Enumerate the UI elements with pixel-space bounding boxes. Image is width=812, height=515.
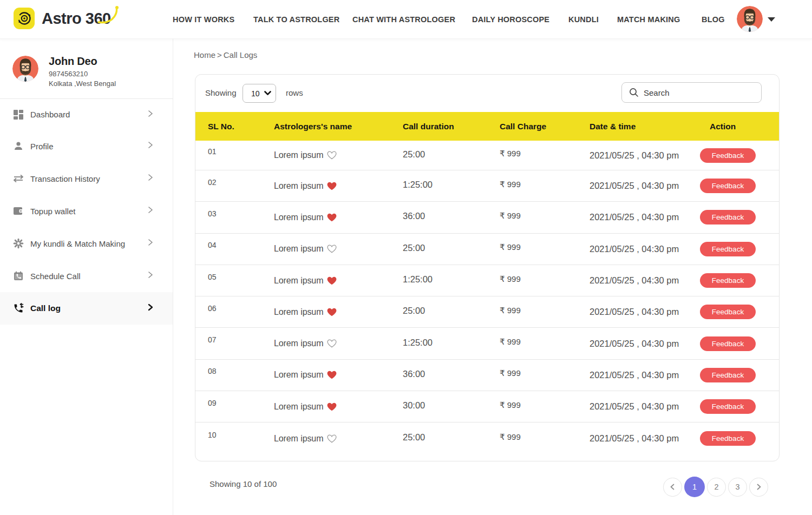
table-row: 09 Lorem ipsum 30:00 ₹ 999 2021/05/25 , … [195, 391, 779, 422]
sidebar-item-schedule-call[interactable]: Schedule Call [0, 260, 173, 292]
sidebar-user-card: John Deo 9874563210 Kolkata ,West Bengal [0, 39, 173, 99]
cell-call-charge: ₹ 999 [500, 432, 590, 442]
sidebar-item-transaction-history[interactable]: Transaction History [0, 162, 173, 195]
pagination-page-2[interactable]: 2 [707, 478, 726, 497]
cell-astrologer-name: Lorem ipsum [274, 150, 403, 160]
feedback-button[interactable]: Feedback [700, 242, 756, 256]
feedback-button[interactable]: Feedback [700, 336, 756, 351]
search-input[interactable] [644, 88, 746, 97]
cell-date-time: 2021/05/25 , 04:30 pm [590, 401, 700, 412]
rows-label: rows [286, 88, 303, 97]
rows-per-page-value: 10 [251, 89, 260, 98]
heart-filled-icon[interactable] [327, 402, 337, 411]
rows-per-page-select[interactable]: 10 [243, 84, 276, 103]
feedback-button[interactable]: Feedback [700, 431, 756, 446]
cell-call-duration: 25:00 [403, 306, 500, 316]
main-nav: HOW IT WORKSTALK TO ASTROLGERCHAT WITH A… [0, 0, 812, 39]
cell-call-duration: 30:00 [403, 400, 500, 411]
cell-sl-no: 03 [208, 209, 274, 218]
sidebar-item-call-log[interactable]: Call log [0, 292, 173, 325]
breadcrumb-home[interactable]: Home [194, 50, 215, 60]
table-row: 08 Lorem ipsum 36:00 ₹ 999 2021/05/25 , … [195, 360, 779, 391]
nav-item-chat-with-astrologer[interactable]: CHAT WITH ASTROLOGER [352, 15, 455, 24]
sidebar-item-topup-wallet[interactable]: Topup wallet [0, 195, 173, 227]
column-header-sl-no-: SL No. [208, 122, 274, 131]
pagination-page-3[interactable]: 3 [728, 478, 747, 497]
cell-sl-no: 05 [208, 273, 274, 281]
cell-date-time: 2021/05/25 , 04:30 pm [590, 370, 700, 380]
nav-item-kundli[interactable]: KUNDLI [568, 15, 599, 24]
table-controls: Showing 10 rows [195, 75, 779, 112]
feedback-button[interactable]: Feedback [700, 305, 756, 319]
cell-astrologer-name: Lorem ipsum [274, 213, 403, 222]
profile-icon [13, 141, 24, 151]
sidebar-item-dashboard[interactable]: Dashboard [0, 99, 173, 130]
main-content: Home>Call Logs Showing 10 rows SL No.Ast… [173, 39, 812, 515]
heart-outline-icon[interactable] [327, 434, 337, 443]
heart-outline-icon[interactable] [327, 151, 337, 160]
cell-action: Feedback [700, 336, 779, 351]
cell-call-duration: 25:00 [403, 243, 500, 253]
chevron-right-icon [147, 174, 154, 183]
nav-item-match-making[interactable]: MATCH MAKING [617, 15, 680, 24]
table-row: 04 Lorem ipsum 25:00 ₹ 999 2021/05/25 , … [195, 234, 779, 265]
cell-astrologer-name: Lorem ipsum [274, 434, 403, 444]
cell-date-time: 2021/05/25 , 04:30 pm [590, 150, 700, 161]
heart-filled-icon[interactable] [327, 308, 337, 316]
sidebar-item-my-kundli-match-making[interactable]: My kundli & Match Making [0, 227, 173, 260]
feedback-button[interactable]: Feedback [700, 148, 756, 163]
table-header: SL No.Astrologers's nameCall durationCal… [195, 112, 779, 141]
feedback-button[interactable]: Feedback [700, 273, 756, 288]
column-header-call-duration: Call duration [403, 122, 500, 131]
feedback-button[interactable]: Feedback [700, 368, 756, 382]
cell-astrologer-name: Lorem ipsum [274, 244, 403, 254]
cell-astrologer-name: Lorem ipsum [274, 276, 403, 286]
nav-item-how-it-works[interactable]: HOW IT WORKS [173, 15, 234, 24]
heart-filled-icon[interactable] [327, 182, 337, 190]
cell-call-charge: ₹ 999 [500, 274, 590, 284]
feedback-button[interactable]: Feedback [700, 210, 756, 225]
table-row: 07 Lorem ipsum 1:25:00 ₹ 999 2021/05/25 … [195, 328, 779, 359]
nav-item-talk-to-astrolger[interactable]: TALK TO ASTROLGER [253, 15, 339, 24]
cell-sl-no: 07 [208, 335, 274, 344]
nav-item-blog[interactable]: BLOG [702, 15, 725, 24]
cell-astrologer-name: Lorem ipsum [274, 370, 403, 380]
user-phone: 9874563210 [49, 70, 88, 78]
chevron-right-icon [147, 271, 154, 281]
cell-sl-no: 10 [208, 431, 274, 439]
cell-call-charge: ₹ 999 [500, 242, 590, 252]
heart-filled-icon[interactable] [327, 371, 337, 379]
pagination-page-1[interactable]: 1 [684, 477, 705, 497]
cell-date-time: 2021/05/25 , 04:30 pm [590, 339, 700, 349]
column-header-action: Action [700, 122, 779, 131]
heart-outline-icon[interactable] [327, 245, 337, 253]
cell-date-time: 2021/05/25 , 04:30 pm [590, 275, 700, 286]
kundli-icon [13, 238, 24, 249]
feedback-button[interactable]: Feedback [700, 399, 756, 414]
cell-sl-no: 06 [208, 304, 274, 313]
heart-filled-icon[interactable] [327, 276, 337, 285]
pagination-prev[interactable] [663, 478, 682, 497]
heart-filled-icon[interactable] [327, 213, 337, 222]
cell-astrologer-name: Lorem ipsum [274, 339, 403, 348]
cell-call-charge: ₹ 999 [500, 368, 590, 378]
account-dropdown-caret[interactable] [768, 17, 775, 22]
heart-outline-icon[interactable] [327, 339, 337, 348]
table-row: 10 Lorem ipsum 25:00 ₹ 999 2021/05/25 , … [195, 422, 779, 454]
table-row: 01 Lorem ipsum 25:00 ₹ 999 2021/05/25 , … [195, 141, 779, 170]
cell-call-charge: ₹ 999 [500, 211, 590, 221]
cell-call-charge: ₹ 999 [500, 180, 590, 189]
cell-sl-no: 04 [208, 241, 274, 249]
sidebar-item-profile[interactable]: Profile [0, 130, 173, 162]
cell-action: Feedback [700, 368, 779, 382]
call-log-icon [13, 303, 24, 314]
cell-action: Feedback [700, 273, 779, 288]
pagination-next[interactable] [749, 478, 768, 497]
nav-item-daily-horoscope[interactable]: DAILY HOROSCOPE [472, 15, 549, 24]
call-logs-card: Showing 10 rows SL No.Astrologers's name… [195, 74, 780, 461]
user-avatar-small[interactable] [737, 6, 763, 32]
chevron-right-icon [147, 239, 154, 248]
cell-sl-no: 09 [208, 399, 274, 407]
user-name: John Deo [49, 55, 97, 68]
feedback-button[interactable]: Feedback [700, 179, 756, 193]
